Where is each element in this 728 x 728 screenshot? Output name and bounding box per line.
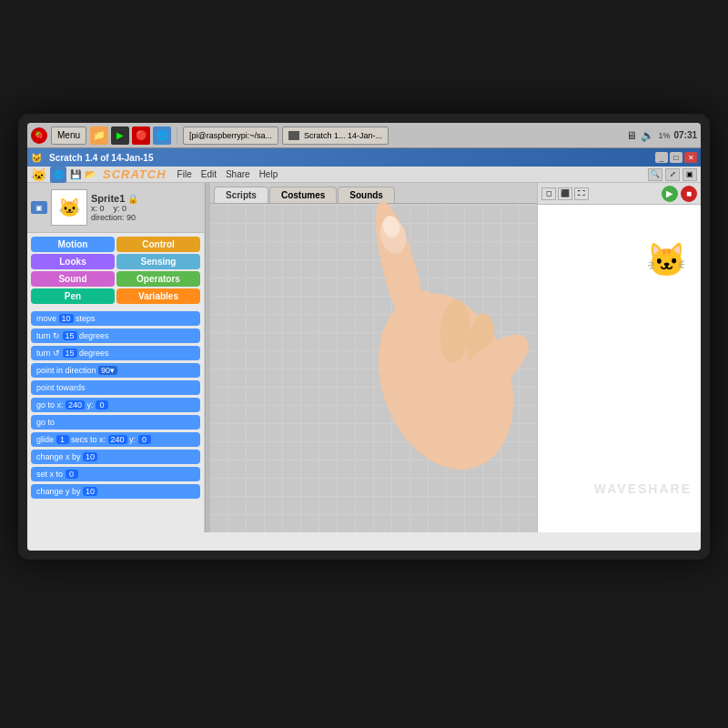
tab-sounds[interactable]: Sounds	[338, 187, 395, 203]
sprite-x: x: 0	[91, 204, 105, 213]
stage-controls-top: 🔍 ⤢ ▣	[648, 168, 697, 181]
screen: 🍓 Menu 📁 ▶ 🔴 🌐	[27, 123, 701, 551]
stage-large-icon[interactable]: ⬛	[558, 187, 572, 200]
cat-motion-btn[interactable]: Motion	[31, 237, 115, 252]
minimize-button[interactable]: _	[655, 152, 668, 163]
scripts-workspace-area: Scripts Costumes Sounds	[210, 183, 537, 532]
category-buttons: Motion Control Looks Sensing Sound Opera…	[27, 233, 204, 308]
menu-file[interactable]: File	[174, 168, 196, 180]
taskbar-right: 🖥 🔊 1% 07:31	[626, 129, 697, 142]
maximize-button[interactable]: □	[670, 152, 682, 163]
block-change-x[interactable]: change x by 10	[31, 450, 200, 464]
block-goto-xy[interactable]: go to x: 240 y: 0	[31, 398, 200, 412]
block-move[interactable]: move 10 steps	[31, 311, 200, 326]
presentation-icon[interactable]: ▣	[682, 168, 697, 181]
cat-pen-btn[interactable]: Pen	[31, 288, 115, 304]
lock-icon: 🔒	[127, 194, 138, 204]
monitor-frame: 🍓 Menu 📁 ▶ 🔴 🌐	[18, 114, 710, 560]
stage-fullscreen-icon[interactable]: ⛶	[574, 187, 589, 200]
watermark: WAVESHARE	[594, 481, 692, 496]
stage-small-icon[interactable]: ◻	[541, 187, 556, 200]
script-workspace[interactable]	[210, 204, 537, 532]
raspberry-icon: 🍓	[31, 127, 47, 144]
terminal-icon[interactable]: ▶	[111, 126, 129, 145]
cat-control-btn[interactable]: Control	[116, 237, 200, 252]
sprite-direction-label: direction: 90	[91, 213, 138, 222]
scratch-main: ▣ 🐱 Sprite1 🔒 x: 0	[27, 183, 701, 532]
cat-looks-btn[interactable]: Looks	[31, 254, 115, 269]
stage-size-controls: ◻ ⬛ ⛶	[541, 187, 589, 200]
scratch-titlebar: 🐱 Scratch 1.4 of 14-Jan-15 _ □ ✕	[27, 148, 701, 167]
sprite-nav: ▣	[31, 201, 47, 214]
save-icon[interactable]: 💾	[70, 169, 81, 179]
block-point-towards[interactable]: point towards	[31, 380, 200, 395]
scratch-logo: SCRATCH	[103, 167, 167, 181]
scratch-window-icon	[288, 131, 299, 140]
separator1	[177, 127, 177, 144]
menu-button[interactable]: Menu	[51, 126, 86, 145]
blocks-panel: ▣ 🐱 Sprite1 🔒 x: 0	[27, 183, 205, 532]
network-icon[interactable]: 🌐	[153, 126, 171, 145]
scratch-cat-logo: 🐱	[31, 167, 46, 182]
cat-operators-btn[interactable]: Operators	[116, 271, 200, 287]
volume-icon: 🔊	[641, 129, 654, 142]
close-button[interactable]: ✕	[684, 152, 697, 163]
green-flag-button[interactable]: ▶	[662, 186, 678, 202]
block-turn-cw[interactable]: turn ↻ 15 degrees	[31, 329, 200, 343]
taskbar-icons: 📁 ▶ 🔴 🌐	[90, 126, 171, 145]
sprite-thumbnail: 🐱	[51, 189, 87, 226]
terminal-window-btn[interactable]: [pi@raspberrypi:~/sa...	[183, 126, 278, 145]
taskbar: 🍓 Menu 📁 ▶ 🔴 🌐	[27, 123, 701, 148]
zoom-in-icon[interactable]: 🔍	[648, 168, 662, 181]
block-goto[interactable]: go to	[31, 415, 200, 430]
scratch-title: Scratch 1.4 of 14-Jan-15	[49, 153, 652, 163]
menu-label: Menu	[57, 130, 80, 140]
cat-variables-btn[interactable]: Variables	[116, 288, 200, 304]
block-change-y[interactable]: change y by 10	[31, 484, 200, 499]
sprite-y: y: 0	[114, 204, 127, 213]
scratch-window-label: Scratch 1... 14-Jan-...	[304, 131, 382, 140]
tab-scripts[interactable]: Scripts	[214, 187, 268, 203]
stage-sprite: 🐱	[646, 241, 687, 279]
stage-icon[interactable]: ▣	[31, 201, 47, 214]
scripts-area: move 10 steps turn ↻ 15 degrees turn ↺ 1…	[27, 308, 204, 532]
sprite-header: ▣ 🐱 Sprite1 🔒 x: 0	[27, 183, 204, 233]
script-tabs: Scripts Costumes Sounds	[210, 183, 537, 204]
block-turn-ccw[interactable]: turn ↺ 15 degrees	[31, 346, 200, 360]
filemanager-icon[interactable]: 📁	[90, 126, 108, 145]
stage-toolbar: ◻ ⬛ ⛶ ▶ ■	[538, 183, 701, 205]
battery-label: 1%	[658, 131, 670, 140]
window-controls: _ □ ✕	[655, 152, 697, 163]
sprite-coords: x: 0 y: 0	[91, 204, 138, 213]
folder-icon[interactable]: 📂	[85, 169, 96, 179]
scratch-window-btn[interactable]: Scratch 1... 14-Jan-...	[282, 126, 389, 145]
block-set-x[interactable]: set x to 0	[31, 467, 200, 481]
menu-edit[interactable]: Edit	[197, 168, 220, 180]
block-point-direction[interactable]: point in direction 90▾	[31, 363, 200, 378]
clock: 07:31	[673, 130, 697, 140]
browser-icon[interactable]: 🔴	[132, 126, 150, 145]
cat-sound-btn[interactable]: Sound	[31, 271, 115, 287]
menu-help[interactable]: Help	[256, 168, 282, 180]
scratch-menubar: 🐱 🌐 💾 📂 SCRATCH File Edit Share Help 🔍 ⤢…	[27, 167, 701, 183]
menu-share[interactable]: Share	[222, 168, 254, 180]
tab-costumes[interactable]: Costumes	[269, 187, 337, 203]
sprite-details: Sprite1 🔒 x: 0 y: 0 direction: 90	[91, 193, 138, 222]
stage-area: ◻ ⬛ ⛶ ▶ ■ 🐱	[537, 183, 701, 532]
fullscreen-icon[interactable]: ⤢	[665, 168, 680, 181]
block-glide[interactable]: glide 1 secs to x: 240 y: 0	[31, 432, 200, 447]
cat-sensing-btn[interactable]: Sensing	[116, 254, 200, 269]
globe-icon[interactable]: 🌐	[50, 167, 66, 183]
stop-button[interactable]: ■	[681, 186, 697, 202]
monitor-taskbar-icon: 🖥	[626, 129, 637, 142]
run-controls: ▶ ■	[662, 186, 697, 202]
terminal-window-label: [pi@raspberrypi:~/sa...	[189, 131, 272, 140]
sprite-name: Sprite1	[91, 193, 125, 204]
scratch-title-icon: 🐱	[31, 153, 42, 163]
